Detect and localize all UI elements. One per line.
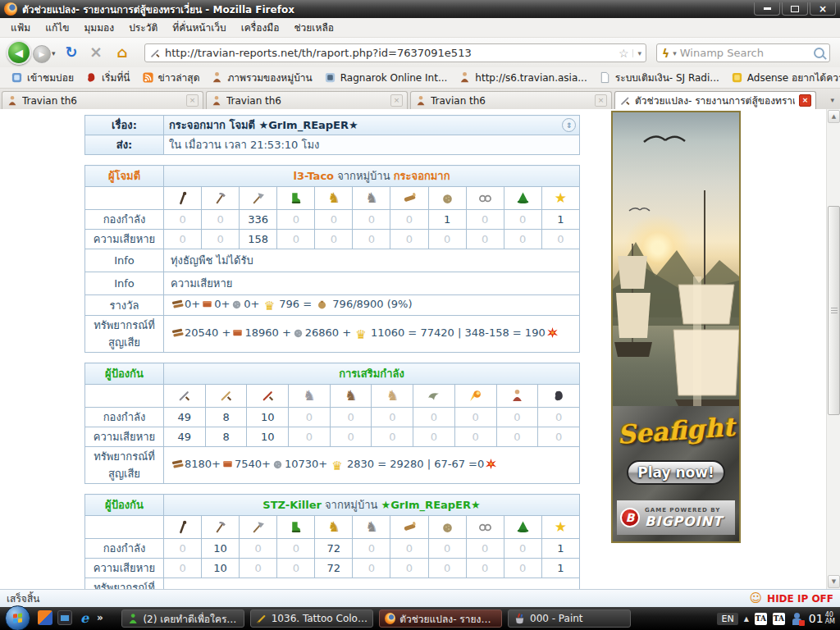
troops-value: 0 xyxy=(277,210,315,230)
troops-value: 0 xyxy=(496,408,538,427)
tab-close-icon[interactable]: × xyxy=(799,94,811,107)
casualties-value: 0 xyxy=(353,559,390,578)
tray-ta-icon[interactable]: TA xyxy=(755,613,767,625)
taskbar-button[interactable]: (2) เคยทำดีเพื่อใครชั... xyxy=(121,609,244,628)
unit-icon-cell: ♞ xyxy=(289,385,331,408)
unit-icon-cell xyxy=(390,187,428,210)
bookmark-item[interactable]: ข่าวล่าสุด xyxy=(136,68,206,87)
stop-button[interactable]: × xyxy=(85,41,107,62)
casualties-value: 0 xyxy=(413,427,455,447)
play-now-button[interactable]: Play now! xyxy=(627,460,725,485)
messenger-tray-icon[interactable] xyxy=(791,613,803,625)
tray-expand-icon[interactable]: ▲ xyxy=(744,615,749,623)
casualties-value: 1 xyxy=(541,559,579,578)
quick-launch-desktop-icon[interactable] xyxy=(57,610,72,625)
troops-value: 0 xyxy=(164,210,202,230)
casualties-value: 0 xyxy=(504,230,541,249)
bookmark-item[interactable]: เข้าชมบ่อย xyxy=(5,68,80,87)
forward-button[interactable]: ▶ xyxy=(33,45,51,63)
unit-icon-cell xyxy=(454,385,496,408)
minimize-button[interactable] xyxy=(754,2,780,16)
bookmark-star-icon[interactable]: ☆ xyxy=(619,47,629,60)
menu-item[interactable]: เครื่องมือ xyxy=(234,17,287,38)
status-text: เสร็จสิ้น xyxy=(7,591,39,606)
ad-seascape xyxy=(613,112,739,406)
tattoo-icon xyxy=(256,613,267,625)
start-button[interactable] xyxy=(5,605,30,630)
home-button[interactable]: ⌂ xyxy=(112,41,133,62)
bookmark-item[interactable]: ระบบเติมเงิน- SJ Radi... xyxy=(593,68,725,87)
smiley-icon[interactable]: ☺ xyxy=(749,592,762,605)
battle-title: l3-Taco จากหมู่บ้าน กระจอกมาก xyxy=(164,166,580,187)
history-dropdown-icon[interactable]: ▾ xyxy=(52,49,56,57)
close-button[interactable]: × xyxy=(810,2,836,16)
search-bar[interactable]: ϟ ▾ Winamp Search xyxy=(656,43,830,62)
taskbar-button[interactable]: 1036. Tattoo Colour... xyxy=(250,609,373,628)
report-toggle-icon[interactable]: ⇕ xyxy=(562,118,576,132)
taskbar-button[interactable]: ตัวช่วยแปลง- รายงาน... xyxy=(379,609,502,628)
menu-item[interactable]: มุมมอง xyxy=(76,17,121,38)
bookmark-item[interactable]: Ragnarok Online Int... xyxy=(318,70,454,85)
menu-item[interactable]: ประวัติ xyxy=(121,17,165,38)
paladin-icon: ♞ xyxy=(327,520,340,534)
search-magnifier-icon[interactable] xyxy=(814,48,824,58)
search-engine-dropdown-icon[interactable]: ▾ xyxy=(673,49,677,57)
tab[interactable]: Travian th6× xyxy=(206,91,408,109)
tray-ta-icon[interactable]: TA xyxy=(773,613,785,625)
restore-button[interactable] xyxy=(782,2,808,16)
title-bar: ตัวช่วยแปลง- รายงานการต่สู้ของทราเวี่ยน … xyxy=(0,0,840,18)
url-text[interactable]: http://travian-reports.net/th/raport.php… xyxy=(165,47,614,59)
bookmark-item[interactable]: ภาพรวมของหมู่บ้าน xyxy=(205,68,317,87)
seafight-ad-banner[interactable]: Seafight Play now! B GAME POWERED BY BIG… xyxy=(611,111,741,543)
tab[interactable]: Travian th6× xyxy=(2,91,203,109)
vertical-scrollbar[interactable]: ▲ ▼ xyxy=(826,109,840,589)
scroll-up-button[interactable]: ▲ xyxy=(828,110,840,123)
windows-flag-icon xyxy=(13,613,23,623)
url-dropdown-icon[interactable]: ▾ xyxy=(632,49,641,57)
troops-value: 0 xyxy=(289,408,331,427)
battle-role-label: ผู้โจมตี xyxy=(85,166,164,187)
page-content: เรื่อง: กระจอกมาก โจมตี ★GrIm_REapER★ ⇕ … xyxy=(0,109,840,589)
teutonic-knight-icon: ♞ xyxy=(365,191,377,205)
sword-favicon xyxy=(149,48,161,59)
bigpoint-strip: B GAME POWERED BY BIGPOINT xyxy=(617,500,735,535)
tab-close-icon[interactable]: × xyxy=(390,94,403,107)
language-indicator[interactable]: EN xyxy=(717,613,737,625)
bookmark-item[interactable]: เริ่มที่นี่ xyxy=(80,68,136,87)
tab-list-dropdown-icon[interactable]: ▾ xyxy=(830,96,838,109)
search-placeholder[interactable]: Winamp Search xyxy=(680,47,810,59)
back-button[interactable]: ◀ xyxy=(7,40,31,65)
battle-role-label: ผู้ป้องกัน xyxy=(85,363,164,385)
quick-launch-app-icon[interactable] xyxy=(38,610,52,625)
menu-item[interactable]: ช่วยเหลือ xyxy=(286,17,341,38)
tab-label: Travian th6 xyxy=(22,95,182,107)
hide-ip-status[interactable]: HIDE IP OFF xyxy=(767,593,833,605)
scrollbar-thumb[interactable] xyxy=(828,206,840,415)
bookmark-item[interactable]: Adsense อยากได้ควา... xyxy=(725,68,840,87)
scroll-down-button[interactable]: ▼ xyxy=(828,575,840,588)
tab-close-icon[interactable]: × xyxy=(186,94,199,107)
reload-button[interactable]: ↻ xyxy=(61,41,82,62)
bookmark-item[interactable]: http://s6.travian.asia... xyxy=(453,70,592,85)
sword-favicon xyxy=(619,95,631,107)
tab[interactable]: ตัวช่วยแปลง- รายงานการต่สู้ของทราเ...× xyxy=(614,91,816,109)
tab-label: Travian th6 xyxy=(226,95,386,107)
quick-launch-overflow[interactable]: » xyxy=(97,612,103,623)
casualties-value: 0 xyxy=(504,559,541,578)
taskbar-button[interactable]: 000 - Paint xyxy=(508,609,631,628)
menu-item[interactable]: แก้ไข xyxy=(38,17,76,38)
menu-item[interactable]: ที่คั่นหน้าเว็บ xyxy=(165,17,233,38)
url-bar[interactable]: http://travian-reports.net/th/raport.php… xyxy=(144,43,646,62)
tab[interactable]: Travian th6× xyxy=(410,91,612,109)
rss-icon xyxy=(142,71,154,84)
internet-explorer-icon[interactable]: e xyxy=(77,610,92,625)
menu-item[interactable]: แฟ้ม xyxy=(3,17,38,38)
taskbar-clock[interactable]: 01 40AM xyxy=(809,612,835,625)
tab-close-icon[interactable]: × xyxy=(595,94,607,107)
clubswinger-icon xyxy=(176,191,189,205)
casualties-value: 0 xyxy=(240,559,277,578)
paint-icon xyxy=(514,613,526,625)
teutonic-knight-icon: ♞ xyxy=(365,520,377,534)
casualties-value: 0 xyxy=(289,427,331,447)
winamp-search-icon[interactable]: ϟ xyxy=(662,47,669,60)
